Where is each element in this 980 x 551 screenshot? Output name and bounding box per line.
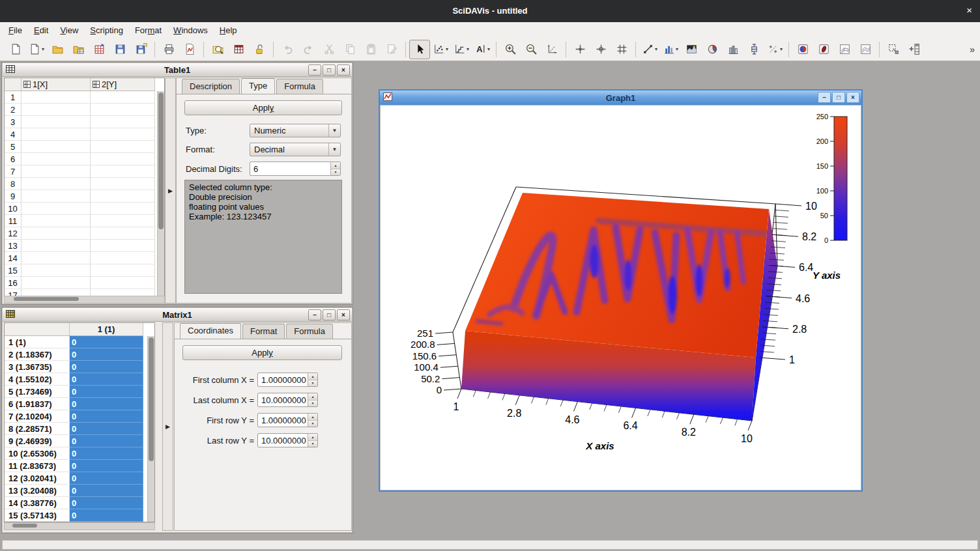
first-column-x-spinbox[interactable]: 1.00000000▲▼ — [257, 373, 318, 387]
row-header[interactable]: 12 — [5, 227, 22, 240]
app-title-bar[interactable]: SciDAVis - untitled × — [0, 0, 980, 22]
resize-layer-icon[interactable] — [883, 40, 904, 59]
matrix1-tab-format[interactable]: Format — [242, 324, 285, 339]
menu-item-format[interactable]: Format — [129, 23, 167, 37]
spin-down-button[interactable]: ▼ — [308, 441, 317, 447]
spin-down-button[interactable]: ▼ — [331, 169, 340, 176]
pie-chart-icon[interactable] — [702, 40, 723, 59]
menu-item-windows[interactable]: Windows — [167, 23, 214, 37]
graph1-title-bar[interactable]: Graph1 – □ × — [380, 91, 861, 106]
table-cell[interactable] — [91, 215, 155, 227]
surface-3d-icon[interactable] — [792, 40, 813, 59]
spin-up-button[interactable]: ▲ — [308, 434, 317, 441]
scrollbar-thumb[interactable] — [14, 297, 79, 301]
matrix-row-header[interactable]: 3 (1.36735) — [5, 361, 70, 373]
spin-up-button[interactable]: ▲ — [308, 373, 317, 380]
row-header[interactable]: 8 — [5, 178, 22, 190]
matrix-row-header[interactable]: 11 (2.83673) — [5, 460, 70, 472]
row-header[interactable]: 1 — [5, 91, 22, 104]
close-button[interactable]: × — [846, 92, 859, 103]
matrix1-hscrollbar[interactable] — [4, 522, 155, 530]
matrix-row-header[interactable]: 8 (2.28571) — [5, 423, 70, 435]
app-close-button[interactable]: × — [966, 5, 972, 16]
matrix-cell[interactable]: 0 — [70, 497, 143, 509]
maximize-button[interactable]: □ — [832, 92, 845, 103]
lock-toolbars-icon[interactable] — [249, 40, 270, 59]
row-header[interactable]: 15 — [5, 264, 22, 277]
table-cell[interactable] — [22, 264, 91, 277]
table1-title-bar[interactable]: Table1 – □ × — [3, 63, 352, 77]
table-cell[interactable] — [22, 240, 91, 252]
rescale-axes-icon[interactable] — [541, 40, 562, 59]
trajectory-3d-icon[interactable] — [813, 40, 834, 59]
scrollbar-thumb[interactable] — [12, 524, 37, 528]
table-cell[interactable] — [91, 240, 155, 252]
matrix-row-header[interactable]: 13 (3.20408) — [5, 485, 70, 497]
new-window-icon[interactable]: ▾ — [26, 40, 47, 59]
draw-line-icon[interactable]: ▾ — [639, 40, 660, 59]
data-reader-icon[interactable] — [569, 40, 590, 59]
table1-tab-type[interactable]: Type — [241, 78, 275, 94]
matrix1-tab-coordinates[interactable]: Coordinates — [180, 323, 241, 339]
zoom-out-icon[interactable] — [521, 40, 541, 59]
add-text-icon[interactable]: A▾ — [472, 40, 493, 59]
matrix-row-header[interactable]: 1 (1) — [5, 336, 70, 348]
print-icon[interactable] — [158, 40, 179, 59]
matrix-cell[interactable]: 0 — [70, 361, 143, 373]
menu-item-scripting[interactable]: Scripting — [84, 23, 129, 37]
spin-down-button[interactable]: ▼ — [308, 401, 317, 407]
plot-points-icon[interactable]: ▾ — [430, 40, 451, 59]
menu-item-file[interactable]: File — [3, 23, 28, 37]
table-cell[interactable] — [22, 153, 91, 165]
spin-down-button[interactable]: ▼ — [308, 380, 317, 387]
row-header[interactable]: 13 — [5, 240, 22, 252]
copy-icon[interactable] — [339, 40, 360, 59]
first-row-y-spinbox[interactable]: 1.00000000▲▼ — [257, 413, 318, 427]
row-header[interactable]: 2 — [5, 104, 22, 116]
table-cell[interactable] — [91, 190, 155, 203]
menu-item-view[interactable]: View — [54, 23, 84, 37]
row-header[interactable]: 6 — [5, 153, 22, 165]
row-header[interactable]: 3 — [5, 116, 22, 128]
expand-arrow-button[interactable]: ▶ — [166, 423, 170, 430]
open-project-icon[interactable] — [47, 40, 68, 59]
export-pdf-icon[interactable] — [179, 40, 200, 59]
table-cell[interactable] — [91, 178, 155, 190]
select-range-icon[interactable] — [590, 40, 611, 59]
spin-up-button[interactable]: ▲ — [308, 414, 317, 421]
matrix-cell[interactable]: 0 — [70, 472, 143, 485]
redo-icon[interactable] — [298, 40, 319, 59]
spin-down-button[interactable]: ▼ — [308, 421, 317, 427]
matrix-row-header[interactable]: 6 (1.91837) — [5, 398, 70, 410]
project-explorer-icon[interactable] — [207, 40, 228, 59]
table-cell[interactable] — [91, 203, 155, 215]
screen-reader-icon[interactable] — [611, 40, 632, 59]
save-template-icon[interactable] — [130, 40, 151, 59]
column-header[interactable]: 121[X] — [22, 78, 91, 91]
table1-tab-description[interactable]: Description — [182, 79, 240, 94]
last-column-x-spinbox[interactable]: 10.0000000▲▼ — [257, 393, 318, 407]
row-header[interactable]: 4 — [5, 128, 22, 141]
last-row-y-spinbox[interactable]: 10.0000000▲▼ — [257, 433, 318, 447]
spin-up-button[interactable]: ▲ — [331, 162, 340, 169]
row-header[interactable]: 10 — [5, 203, 22, 215]
import-ascii-icon[interactable] — [89, 40, 109, 59]
matrix-cell[interactable]: 0 — [70, 336, 143, 348]
table-cell[interactable] — [22, 178, 91, 190]
plot-steps-icon[interactable]: ▾ — [451, 40, 472, 59]
table-cell[interactable] — [22, 116, 91, 128]
scrollbar-thumb[interactable] — [158, 92, 164, 229]
table-cell[interactable] — [91, 252, 155, 264]
edit-selection-icon[interactable] — [381, 40, 402, 59]
matrix-row-header[interactable]: 10 (2.65306) — [5, 447, 70, 460]
minimize-button[interactable]: – — [308, 309, 321, 320]
row-header[interactable]: 9 — [5, 190, 22, 203]
table-cell[interactable] — [22, 141, 91, 153]
format-dropdown[interactable]: Decimal▼ — [250, 143, 341, 156]
scrollbar-thumb[interactable] — [149, 337, 154, 461]
table-cell[interactable] — [22, 91, 91, 104]
contour-3d-icon[interactable] — [855, 40, 876, 59]
table-cell[interactable] — [22, 104, 91, 116]
table-cell[interactable] — [22, 215, 91, 227]
table1-tab-formula[interactable]: Formula — [276, 79, 323, 94]
